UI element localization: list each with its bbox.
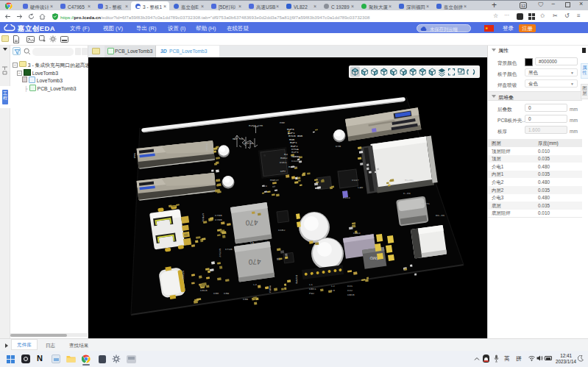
svg-text:RUP2: RUP2 (291, 145, 298, 148)
svg-text:C08: C08 (213, 292, 219, 295)
svg-text:M8SD: M8SD (205, 143, 208, 151)
svg-text:MWEU: MWEU (269, 285, 272, 293)
svg-text:BSTRB: BSTRB (295, 275, 298, 285)
svg-text:DC-IN: DC-IN (436, 214, 445, 217)
svg-text:V4: V4 (263, 185, 267, 188)
svg-text:C-IN: C-IN (403, 192, 411, 195)
svg-text:CC52: CC52 (278, 229, 286, 232)
svg-text:L3: L3 (331, 289, 335, 292)
svg-text:LAN: LAN (358, 186, 364, 189)
svg-text:MNEXT: MNEXT (270, 179, 280, 182)
svg-text:UCTX7: UCTX7 (219, 249, 222, 258)
svg-text:RUP3 CM5: RUP3 CM5 (249, 124, 263, 127)
svg-text:CX2CX1: CX2CX1 (291, 160, 302, 163)
svg-text:L2: L2 (331, 285, 335, 288)
svg-text:RLB02: RLB02 (288, 165, 298, 168)
svg-text:U5: U5 (265, 240, 269, 243)
svg-text:M5E: M5E (280, 121, 286, 124)
svg-text:UF202: UF202 (182, 271, 185, 280)
svg-text:CT4B: CT4B (225, 248, 233, 251)
svg-text:CBS5: CBS5 (347, 293, 355, 296)
svg-text:C09: C09 (224, 292, 230, 295)
svg-text:CT6B: CT6B (215, 214, 222, 217)
svg-text:C06: C06 (243, 298, 249, 301)
svg-text:CV24: CV24 (343, 196, 350, 199)
svg-text:CVC1: CVC1 (280, 161, 287, 164)
svg-text:RUP6: RUP6 (291, 151, 299, 154)
svg-text:CV44: CV44 (353, 232, 361, 235)
svg-text:MAG: MAG (133, 153, 136, 159)
svg-text:PW2: PW2 (309, 292, 315, 295)
svg-text:RUP6: RUP6 (287, 128, 294, 131)
svg-text:CY6B: CY6B (215, 218, 222, 221)
svg-text:C010: C010 (200, 289, 208, 292)
svg-text:RL201: RL201 (405, 179, 414, 182)
svg-text:RUP1: RUP1 (290, 141, 297, 144)
svg-text:R4: R4 (284, 153, 288, 156)
svg-text:EXON: EXON (293, 155, 300, 158)
svg-text:CV1: CV1 (347, 285, 353, 288)
svg-text:RN5: RN5 (289, 138, 295, 141)
svg-text:CV43: CV43 (358, 236, 365, 239)
svg-text:CV2: CV2 (347, 289, 353, 292)
svg-text:470: 470 (248, 258, 261, 266)
svg-text:L3: L3 (250, 241, 254, 244)
svg-text:CBS1: CBS1 (309, 288, 316, 291)
svg-text:L4: L4 (253, 283, 257, 286)
svg-text:CY6: CY6 (336, 145, 341, 148)
svg-text:RTC5 GN5: RTC5 GN5 (288, 135, 303, 138)
svg-text:RON2: RON2 (280, 157, 288, 160)
svg-text:UFB01: UFB01 (202, 213, 205, 223)
svg-text:CFT: CFT (280, 170, 286, 173)
svg-text:BEXT1: BEXT1 (421, 202, 431, 205)
svg-text:USB01: USB01 (211, 173, 214, 182)
svg-text:RUP1: RUP1 (288, 132, 295, 135)
svg-text:CV47: CV47 (352, 179, 359, 182)
svg-text:470: 470 (245, 218, 258, 227)
svg-text:L1: L1 (309, 283, 313, 286)
